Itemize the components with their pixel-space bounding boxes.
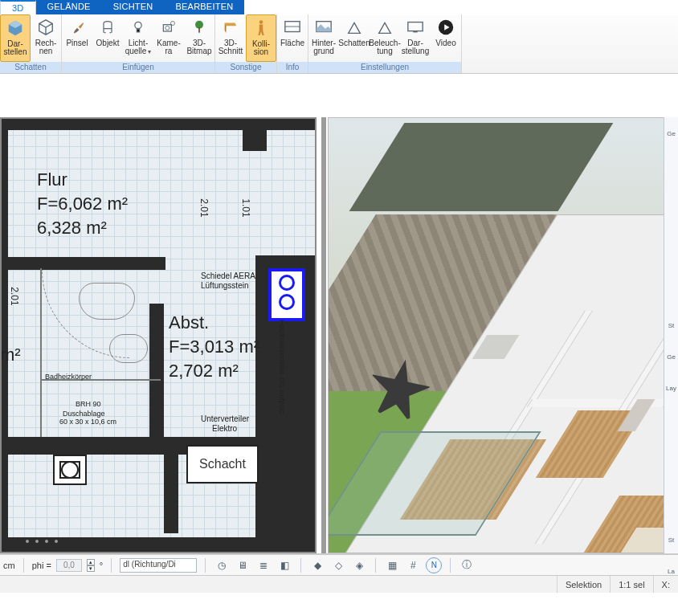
btn-video-label: Video	[435, 39, 455, 47]
btn-kamera[interactable]: Kame- ra	[153, 14, 184, 62]
btn-3d-schnitt-label: 3D- Schnitt	[219, 39, 243, 55]
ob-align-icon[interactable]: ≣	[255, 557, 272, 573]
workspace: Schacht Flur F=6,062 m² 6,328 m² Abst. F…	[0, 74, 678, 554]
ribbon-toolbar: Dar- stellen Rech- nen Schatten Pinsel	[0, 14, 678, 74]
svg-point-0	[135, 22, 141, 28]
group-label-sonstige: Sonstige	[215, 62, 276, 73]
person-icon	[251, 18, 272, 39]
group-label-einfuegen: Einfügen	[62, 62, 214, 73]
lightbulb-icon	[128, 17, 149, 38]
btn-darstellung[interactable]: Dar- stellung	[400, 14, 431, 62]
ob-layer1-icon[interactable]: ◆	[309, 557, 325, 573]
play-icon	[435, 17, 456, 38]
ob-info-icon[interactable]: ⓘ	[459, 557, 475, 573]
btn-rechnen[interactable]: Rech- nen	[31, 14, 61, 62]
ribbon-group-einfuegen: Pinsel Objekt Licht- quelle Kame- ra	[62, 14, 215, 73]
btn-schatten-set[interactable]: Schatten	[339, 14, 370, 62]
cube-icon	[5, 18, 26, 39]
btn-darstellen-label: Dar- stellen	[4, 40, 27, 56]
btn-darstellen[interactable]: Dar- stellen	[0, 14, 31, 62]
schiedel1: Schiedel AERA	[201, 271, 255, 282]
mode-dropdown[interactable]: dl (Richtung/Di	[120, 558, 197, 573]
side-panels: Ge St Ge Lay St La	[664, 117, 678, 553]
ob-north-icon[interactable]: N	[426, 557, 442, 573]
flur-f: F=6,062 m²	[37, 193, 128, 215]
shadow-icon	[344, 17, 365, 38]
deg-label: °	[100, 561, 103, 570]
panel-st2[interactable]: St	[668, 536, 675, 544]
btn-darstellung-label: Dar- stellung	[402, 39, 429, 55]
heizvert: Heizkreisverteiler OG Aufputz	[278, 320, 286, 414]
btn-flaeche[interactable]: Fläche	[277, 14, 308, 62]
dim-201-b: 2.01	[9, 287, 20, 305]
area-icon	[282, 17, 303, 38]
tab-3d[interactable]: 3D	[0, 0, 36, 14]
btn-schatten-set-label: Schatten	[338, 39, 370, 47]
phi-spinner[interactable]: ▲▼	[87, 559, 95, 572]
panel-lay[interactable]: Lay	[666, 385, 676, 392]
ob-grid-icon[interactable]: ▦	[384, 557, 400, 573]
svg-rect-10	[413, 31, 418, 33]
tab-bearbeiten[interactable]: BEARBEITEN	[164, 0, 244, 14]
btn-rechnen-label: Rech- nen	[35, 39, 57, 55]
brush-icon	[67, 17, 88, 38]
bad-hk: Badheizkörper	[45, 373, 92, 381]
tab-gelaende[interactable]: GELÄNDE	[36, 0, 102, 14]
perspective-3d-view[interactable]	[328, 117, 665, 553]
panel-st[interactable]: St	[668, 322, 675, 329]
btn-flaeche-label: Fläche	[280, 39, 304, 47]
btn-lichtquelle-label: Licht- quelle	[125, 39, 152, 56]
status-bar: Selektion 1:1 sel X:	[0, 575, 678, 593]
status-scale: 1:1 sel	[611, 576, 653, 593]
ob-clock-icon[interactable]: ◷	[214, 557, 230, 573]
btn-objekt[interactable]: Objekt	[92, 14, 123, 62]
svg-rect-5	[198, 27, 200, 33]
background-icon	[313, 17, 334, 38]
abst-a: 2,702 m²	[169, 360, 239, 382]
phi-input[interactable]	[56, 559, 82, 572]
cube-outline-icon	[35, 17, 56, 38]
status-selektion: Selektion	[558, 576, 611, 593]
ob-cube-icon[interactable]: ◧	[276, 557, 292, 573]
abst-f: F=3,013 m²	[169, 336, 259, 358]
unit-label: cm	[3, 561, 15, 570]
group-label-schatten: Schatten	[0, 62, 61, 73]
btn-lichtquelle[interactable]: Licht- quelle	[123, 14, 153, 62]
ob-monitor-icon[interactable]: 🖥	[235, 557, 251, 573]
btn-beleuchtung[interactable]: Beleuch- tung	[370, 14, 400, 62]
group-label-einstellungen: Einstellungen	[308, 62, 461, 73]
btn-3d-schnitt[interactable]: 3D- Schnitt	[215, 14, 246, 62]
flur-a: 6,328 m²	[37, 217, 107, 239]
untervert1: Unterverteiler	[201, 414, 249, 425]
schiedel2: Lüftungsstein	[201, 281, 249, 292]
ribbon-tab-strip: 3D GELÄNDE SICHTEN BEARBEITEN	[0, 0, 678, 14]
ob-layer3-icon[interactable]: ◈	[351, 557, 367, 573]
panel-la[interactable]: La	[668, 568, 675, 575]
group-label-info: Info	[277, 62, 308, 73]
btn-hintergrund[interactable]: Hinter- grund	[308, 14, 339, 62]
ribbon-group-einstellungen: Hinter- grund Schatten Beleuch- tung Dar…	[308, 14, 462, 73]
panel-ge2[interactable]: Ge	[667, 353, 676, 361]
left-m2: m²	[0, 344, 21, 366]
abst-title: Abst.	[169, 312, 209, 334]
display-icon	[405, 17, 426, 38]
options-bar: cm phi = ▲▼ ° dl (Richtung/Di ◷ 🖥 ≣ ◧ ◆ …	[0, 554, 678, 575]
btn-beleuchtung-label: Beleuch- tung	[369, 39, 400, 55]
ob-layer2-icon[interactable]: ◇	[330, 557, 346, 573]
phi-label: phi =	[32, 561, 51, 570]
ob-hash-icon[interactable]: #	[405, 557, 421, 573]
btn-objekt-label: Objekt	[96, 39, 120, 47]
tab-sichten[interactable]: SICHTEN	[102, 0, 165, 14]
btn-kamera-label: Kame- ra	[157, 39, 180, 55]
btn-pinsel[interactable]: Pinsel	[62, 14, 92, 62]
brh: BRH 90	[76, 400, 101, 409]
panel-ge[interactable]: Ge	[667, 130, 676, 137]
btn-3d-bitmap[interactable]: 3D- Bitmap	[184, 14, 214, 62]
view-splitter[interactable]	[321, 117, 326, 553]
ribbon-group-sonstige: 3D- Schnitt Kolli- sion Sonstige	[215, 14, 277, 73]
floorplan-2d-view[interactable]: Schacht Flur F=6,062 m² 6,328 m² Abst. F…	[0, 117, 317, 553]
btn-video[interactable]: Video	[431, 14, 461, 62]
btn-kollision[interactable]: Kolli- sion	[246, 14, 276, 62]
svg-point-3	[171, 22, 175, 26]
svg-point-2	[165, 26, 170, 30]
